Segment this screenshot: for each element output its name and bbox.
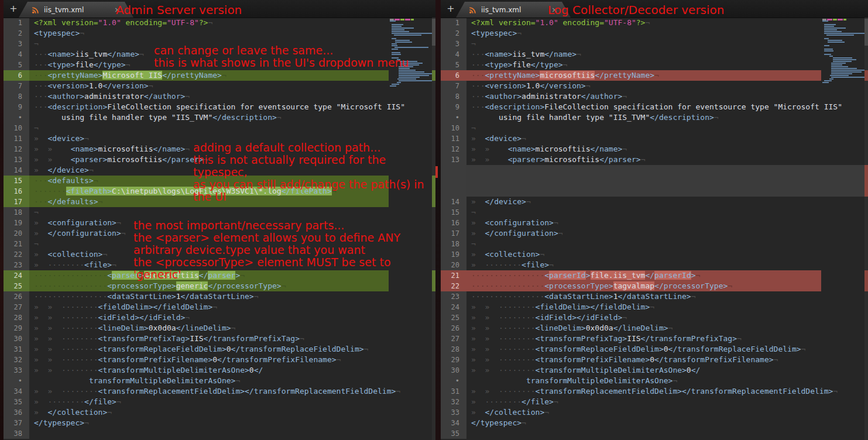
line-number[interactable]: 6 — [441, 70, 466, 81]
line-number[interactable]: 14 — [441, 197, 466, 207]
line-number[interactable]: 12 — [4, 144, 29, 154]
line-number[interactable]: 29 — [4, 323, 29, 334]
line-number[interactable]: 38 — [4, 428, 29, 439]
code-line[interactable]: 35 — [441, 428, 868, 439]
line-number[interactable]: 22 — [441, 281, 466, 291]
code-line[interactable]: 22» <collection>¬ — [4, 249, 435, 260]
code-line[interactable]: 17···</defaults>¬ — [4, 197, 435, 207]
code-line[interactable]: 18¬ — [4, 207, 435, 218]
minimap[interactable] — [822, 19, 864, 96]
line-number[interactable]: 9 — [4, 102, 29, 112]
line-number[interactable]: 31 — [4, 344, 29, 355]
code-line[interactable]: 24················<parser>microsoftiis</… — [4, 270, 435, 281]
line-number[interactable]: 26 — [441, 323, 466, 334]
code-line[interactable]: 8···<author>administrator</author>¬ — [441, 91, 868, 102]
code-line[interactable]: 10¬ — [4, 123, 435, 133]
line-number[interactable]: 10 — [441, 123, 466, 133]
code-line[interactable]: • transformMultipleDelimiterAsOne>¬ — [4, 376, 435, 386]
line-number[interactable]: 19 — [4, 218, 29, 228]
line-number[interactable]: 37 — [4, 418, 29, 428]
line-number[interactable]: 11 — [4, 133, 29, 144]
code-line[interactable]: 35» ········</file>¬ — [4, 397, 435, 407]
line-number[interactable]: 29 — [441, 355, 466, 365]
line-number[interactable]: 23 — [4, 260, 29, 270]
code-line[interactable]: 14» </device>¬ — [441, 197, 868, 207]
line-number[interactable]: 27 — [441, 334, 466, 344]
code-line[interactable]: 29» » ········<lineDelim>0x0d0a</lineDel… — [4, 323, 435, 334]
line-number[interactable]: 1 — [441, 18, 466, 28]
code-line[interactable]: 22················<processorType>tagvalm… — [441, 281, 868, 291]
code-line[interactable]: 2<typespec>¬ — [441, 28, 868, 39]
code-line[interactable]: 12» » <name>microsoftiis</name>¬ — [441, 144, 868, 154]
code-line[interactable]: 33» </collection>¬ — [441, 407, 868, 418]
line-number[interactable]: 33 — [4, 365, 29, 376]
line-number[interactable]: • — [4, 112, 29, 123]
code-line[interactable]: 4···<name>iis_tvm</name>¬ — [4, 49, 435, 60]
line-number[interactable]: 15 — [4, 176, 29, 186]
line-number[interactable]: 35 — [4, 397, 29, 407]
line-number[interactable]: 5 — [4, 60, 29, 70]
code-line[interactable]: 36» </collection>¬ — [4, 407, 435, 418]
code-line[interactable]: 3¬ — [441, 39, 868, 49]
code-line[interactable]: 28» » ········<transformReplaceFieldDeli… — [441, 344, 868, 355]
line-number[interactable]: 14 — [4, 165, 29, 176]
line-number[interactable]: 4 — [4, 49, 29, 60]
new-tab-button[interactable]: + — [8, 3, 19, 15]
code-line[interactable]: 29» » ········<transformPrefixFilename>0… — [441, 355, 868, 365]
code-line[interactable]: 27» » ········<fieldDelim></fieldDelim>¬ — [4, 302, 435, 312]
line-number[interactable]: 18 — [4, 207, 29, 218]
line-number[interactable]: 15 — [441, 207, 466, 218]
code-line[interactable]: 12» » <name>microsoftiis</name>¬ — [4, 144, 435, 154]
code-line[interactable]: 3¬ — [4, 39, 435, 49]
line-number[interactable]: 34 — [4, 386, 29, 397]
line-number[interactable]: 13 — [4, 154, 29, 165]
code-area[interactable]: 1<?xml version="1.0" encoding="UTF-8"?>¬… — [441, 18, 868, 440]
code-area[interactable]: 1<?xml version="1.0" encoding="UTF-8"?>¬… — [4, 18, 435, 440]
code-line[interactable]: 26················<dataStartLine>1</data… — [4, 291, 435, 302]
line-number[interactable]: 3 — [441, 39, 466, 49]
code-line[interactable]: 9···<description>FileCollection specific… — [441, 102, 868, 112]
line-number[interactable]: 16 — [4, 186, 29, 197]
scrollbar[interactable] — [432, 18, 435, 440]
tab-iis-tvm-xml[interactable]: iis_tvm.xml × — [19, 2, 133, 18]
line-number[interactable]: 11 — [441, 133, 466, 144]
code-line[interactable]: 28» » ········<idField></idField>¬ — [4, 312, 435, 323]
line-number[interactable]: 32 — [4, 355, 29, 365]
line-number[interactable]: 16 — [441, 218, 466, 228]
line-number[interactable]: 36 — [4, 407, 29, 418]
line-number[interactable]: 20 — [441, 260, 466, 270]
code-line[interactable]: 1<?xml version="1.0" encoding="UTF-8"?>¬ — [4, 18, 435, 28]
line-number[interactable]: 6 — [4, 70, 29, 81]
code-line[interactable]: 8···<author>administrator</author>¬ — [4, 91, 435, 102]
line-number[interactable]: • — [441, 376, 466, 386]
line-number[interactable]: • — [4, 376, 29, 386]
code-line[interactable]: • using file handler type "IIS_TVM"</des… — [441, 112, 868, 123]
code-line[interactable]: 38 — [4, 428, 435, 439]
code-line[interactable]: 4···<name>iis_tvm</name>¬ — [441, 49, 868, 60]
line-number[interactable]: 24 — [441, 302, 466, 312]
code-line[interactable]: 31» » ········<transformReplaceFieldDeli… — [4, 344, 435, 355]
line-number[interactable]: 20 — [4, 228, 29, 239]
line-number[interactable]: 34 — [441, 418, 466, 428]
code-line[interactable]: 25» » ········<idField></idField>¬ — [441, 312, 868, 323]
line-number[interactable]: 31 — [441, 386, 466, 397]
code-line[interactable]: 34</typespec>¬ — [441, 418, 868, 428]
code-line[interactable]: 18¬ — [441, 239, 868, 249]
code-line[interactable]: 5···<type>file</type>¬ — [4, 60, 435, 70]
code-line[interactable]: 30» » ········<transformMultipleDelimite… — [441, 365, 868, 376]
code-line[interactable]: 20» </configuration>¬ — [4, 228, 435, 239]
code-line[interactable]: 24» » ········<fieldDelim></fieldDelim>¬ — [441, 302, 868, 312]
minimap[interactable] — [390, 19, 432, 96]
code-line[interactable]: 25················<processorType>generic… — [4, 281, 435, 291]
code-line[interactable]: 7···<version>1.0</version>¬ — [441, 81, 868, 91]
tab-close-icon[interactable]: × — [551, 5, 558, 14]
line-number[interactable]: 8 — [4, 91, 29, 102]
scrollbar[interactable] — [864, 18, 868, 440]
code-line[interactable]: 6···<prettyName>Microsoft IIS</prettyNam… — [4, 70, 435, 81]
line-number[interactable]: 7 — [441, 81, 466, 91]
code-line[interactable]: 32» ········</file>¬ — [441, 397, 868, 407]
code-line[interactable]: 16·······<filePath>C:\inetpub\logs\LogFi… — [4, 186, 435, 197]
code-line[interactable]: 33» » ········<transformMultipleDelimite… — [4, 365, 435, 376]
line-number[interactable]: 24 — [4, 270, 29, 281]
code-line[interactable]: 21¬ — [4, 239, 435, 249]
